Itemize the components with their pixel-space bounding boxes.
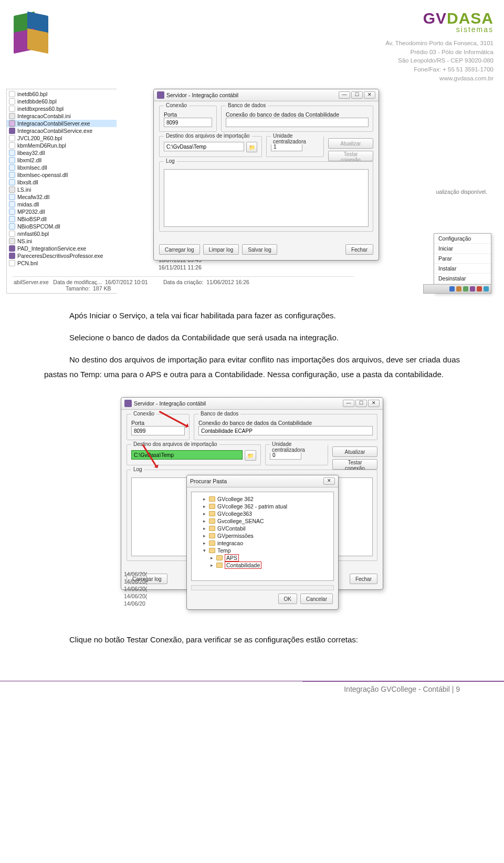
testar-conexao-button[interactable]: Testar conexão: [328, 151, 373, 161]
truncated-dates: 14/06/20(14/06/20(14/06/20(14/06/20(14/0…: [121, 570, 150, 607]
porta-input[interactable]: [131, 426, 185, 435]
file-icon: [9, 128, 15, 134]
folder-tree[interactable]: ▸GVcollege 362▸GVcollege 362 - patrim at…: [191, 492, 334, 581]
file-row[interactable]: libxml2.dll: [7, 157, 117, 164]
tree-item[interactable]: ▾Temp: [202, 547, 330, 554]
minimize-button[interactable]: —: [339, 91, 350, 99]
folder-icon: [216, 563, 223, 568]
document-body: Após Iniciar o Serviço, a tela vai ficar…: [0, 294, 504, 394]
db-connection-select[interactable]: [198, 426, 373, 435]
db-connection-select[interactable]: [226, 118, 369, 127]
file-row[interactable]: libxmlsec.dll: [7, 164, 117, 171]
file-row[interactable]: inetdbxpress60.bpl: [7, 105, 117, 112]
context-menu-item[interactable]: Configuração: [434, 234, 491, 244]
file-row[interactable]: kbmMemD6Run.bpl: [7, 142, 117, 149]
file-icon: [9, 179, 15, 185]
file-row[interactable]: libxslt.dll: [7, 179, 117, 186]
file-row[interactable]: Mecafw32.dll: [7, 193, 117, 201]
atualizar-button[interactable]: Atualizar: [328, 138, 373, 149]
browse-folder-button[interactable]: 📁: [245, 450, 256, 461]
folder-icon: [209, 533, 215, 538]
limpar-log-button[interactable]: Limpar log: [203, 244, 239, 255]
dialog-titlebar[interactable]: Servidor - Integração contábil — ☐ ✕: [121, 398, 383, 410]
file-row[interactable]: LS.ini: [7, 186, 117, 193]
file-icon: [9, 98, 15, 105]
file-row[interactable]: libeay32.dll: [7, 149, 117, 157]
file-row[interactable]: MP2032.dll: [7, 208, 117, 215]
dialog-titlebar[interactable]: Procurar Pasta ✕: [187, 475, 338, 487]
salvar-log-button[interactable]: Salvar log: [242, 244, 277, 255]
porta-input[interactable]: [164, 118, 212, 127]
file-row[interactable]: libxmlsec-openssl.dll: [7, 171, 117, 179]
file-row[interactable]: NBioBSP.dll: [7, 215, 117, 223]
file-explorer-list[interactable]: inetdb60.bplinetdbbde60.bplinetdbxpress6…: [6, 89, 117, 294]
file-icon: [9, 260, 15, 266]
file-icon: [9, 157, 15, 163]
dialog-title: Servidor - Integração contábil: [166, 92, 238, 98]
tree-item[interactable]: ▸GVpermissões: [202, 532, 330, 539]
page-header: GVDASA sistemas Av. Theodomiro Porto da …: [0, 0, 504, 87]
file-row[interactable]: midas.dll: [7, 201, 117, 208]
file-row[interactable]: JVCL200_R60.bpl: [7, 134, 117, 142]
close-button[interactable]: ✕: [323, 477, 335, 485]
minimize-button[interactable]: —: [343, 400, 354, 407]
testar-conexao-button[interactable]: Testar conexão: [332, 459, 377, 470]
close-button[interactable]: ✕: [368, 400, 380, 407]
file-row[interactable]: PareceresDescritivosProfessor.exe: [7, 252, 117, 259]
folder-icon: [209, 526, 215, 531]
tree-item[interactable]: ▸GVcollege 362 - patrim atual: [202, 503, 330, 510]
atualizar-button[interactable]: Atualizar: [332, 446, 377, 457]
carregar-log-button[interactable]: Carregar log: [159, 244, 200, 255]
file-row[interactable]: PAD_IntegrationService.exe: [7, 245, 117, 252]
context-menu-item[interactable]: Instalar: [434, 264, 491, 274]
file-row[interactable]: IntegracaoContabil.ini: [7, 112, 117, 120]
tree-item[interactable]: ▸integracao: [202, 539, 330, 547]
tree-item[interactable]: ▸GVcollege363: [202, 510, 330, 517]
maximize-button[interactable]: ☐: [355, 400, 367, 407]
context-menu-item[interactable]: Parar: [434, 254, 491, 264]
file-row[interactable]: nmfast60.bpl: [7, 230, 117, 237]
tree-item[interactable]: ▸APS: [209, 554, 330, 562]
file-icon: [9, 231, 15, 237]
maximize-button[interactable]: ☐: [351, 91, 363, 99]
fechar-button[interactable]: Fechar: [350, 574, 377, 584]
file-icon: [9, 223, 15, 230]
taskbar-tray[interactable]: [423, 284, 491, 294]
tree-item[interactable]: ▸GVcollege 362: [202, 495, 330, 503]
update-notification: ualização disponível.: [436, 189, 487, 195]
destino-input[interactable]: [164, 142, 244, 151]
log-textarea[interactable]: [164, 169, 369, 227]
screenshot-2: Servidor - Integração contábil — ☐ ✕ Con…: [121, 397, 383, 623]
file-icon: [9, 216, 15, 222]
dialog-titlebar[interactable]: Servidor - Integração contábil — ☐ ✕: [154, 89, 379, 101]
file-row[interactable]: PCN.bnl: [7, 259, 117, 267]
browse-folder-button[interactable]: 📁: [246, 142, 257, 152]
tree-item[interactable]: ▸Contabilidade: [209, 562, 330, 569]
browse-dialog-title: Procurar Pasta: [190, 478, 227, 484]
close-button[interactable]: ✕: [364, 91, 375, 99]
brand-gv: GV: [423, 9, 447, 27]
file-row[interactable]: NBioBSPCOM.dll: [7, 223, 117, 230]
folder-icon: [209, 548, 215, 553]
folder-icon: [209, 518, 215, 524]
page-footer: Integração GVCollege - Contábil | 9: [0, 681, 504, 714]
cancel-button[interactable]: Cancelar: [300, 594, 333, 604]
folder-icon: [216, 555, 223, 560]
group-unidade: Unidade centralizadora: [271, 133, 323, 144]
file-row[interactable]: inetdb60.bpl: [7, 90, 117, 98]
tree-item[interactable]: ▸GVContabil: [202, 525, 330, 532]
fechar-button[interactable]: Fechar: [345, 244, 373, 255]
tree-item[interactable]: ▸Gvcollege_SENAC: [202, 517, 330, 525]
file-icon: [9, 172, 15, 178]
file-row[interactable]: NS.ini: [7, 237, 117, 245]
file-row[interactable]: inetdbbde60.bpl: [7, 98, 117, 105]
explorer-status-bar: abilServer.exe Data de modificaç... 16/0…: [13, 276, 354, 294]
file-row[interactable]: IntegracaoContabilService.exe: [7, 127, 117, 134]
context-menu-item[interactable]: Desinstalar: [434, 274, 491, 284]
file-row[interactable]: IntegracaoContabilServer.exe: [7, 120, 117, 127]
context-menu-item[interactable]: Iniciar: [434, 244, 491, 254]
company-address: Av. Theodomiro Porto da Fonseca, 3101 Pr…: [385, 39, 494, 82]
ok-button[interactable]: OK: [278, 594, 297, 604]
tree-scrollbar[interactable]: [191, 585, 334, 590]
file-icon: [9, 209, 15, 215]
